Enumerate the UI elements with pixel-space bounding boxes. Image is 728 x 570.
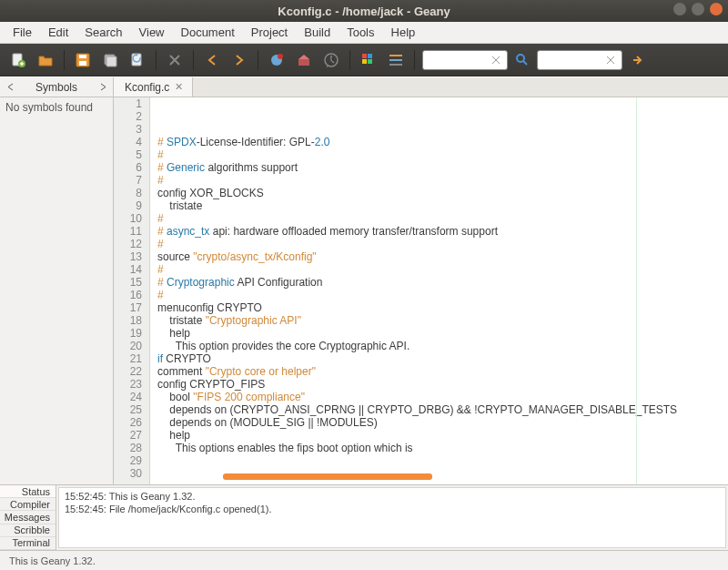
compile-button[interactable] [266,49,288,71]
sidebar-tab-symbols[interactable]: Symbols [20,79,93,96]
titlebar: Kconfig.c - /home/jack - Geany [0,0,728,22]
code-content[interactable]: # SPDX-License-Identifier: GPL-2.0## Gen… [150,97,728,484]
document-tabs: Kconfig.c ✕ [114,77,728,97]
main-area: Symbols No symbols found Kconfig.c ✕ 123… [0,76,728,484]
build-button[interactable] [293,49,315,71]
toolbar [0,44,728,76]
document-tab-label: Kconfig.c [125,81,169,94]
status-text: This is Geany 1.32. [9,555,96,566]
preferences-button[interactable] [385,49,407,71]
quick-search-input[interactable] [422,50,508,70]
goto-line-input[interactable] [537,50,622,70]
editor-area[interactable]: 1234567891011121314151617181920212223242… [114,97,728,484]
goto-line-field[interactable] [541,55,603,66]
nav-forward-button[interactable] [228,49,250,71]
minimize-button[interactable] [673,3,686,15]
window-title: Kconfig.c - /home/jack - Geany [278,5,450,18]
goto-icon[interactable] [628,51,646,69]
menu-tools[interactable]: Tools [339,24,381,41]
search-icon[interactable] [513,51,531,69]
menu-search[interactable]: Search [77,24,129,41]
maximize-button[interactable] [692,3,704,15]
margin-guide [636,97,637,484]
menu-build[interactable]: Build [297,24,338,41]
svg-rect-12 [362,54,367,58]
menubar: File Edit Search View Document Project B… [0,22,728,44]
messages-tabs: Status Compiler Messages Scribble Termin… [0,485,56,550]
close-button[interactable] [710,3,723,15]
clear-search-icon[interactable] [489,51,503,69]
menu-document[interactable]: Document [174,24,242,41]
menu-project[interactable]: Project [244,24,295,41]
svg-rect-14 [362,59,367,64]
run-button[interactable] [320,49,342,71]
horizontal-scrollbar[interactable] [223,473,455,484]
save-button[interactable] [72,49,94,71]
messages-tab-messages[interactable]: Messages [0,511,56,524]
clear-goto-icon[interactable] [603,51,618,69]
svg-rect-4 [79,61,86,66]
open-file-button[interactable] [35,49,56,71]
line-gutter: 1234567891011121314151617181920212223242… [114,97,150,484]
quick-search-field[interactable] [427,55,489,66]
nav-back-button[interactable] [201,49,223,71]
menu-help[interactable]: Help [384,24,423,41]
editor-column: Kconfig.c ✕ 1234567891011121314151617181… [114,77,728,484]
sidebar: Symbols No symbols found [0,77,114,484]
svg-point-9 [278,54,283,59]
svg-rect-13 [368,54,372,58]
svg-rect-16 [389,55,402,56]
close-file-button[interactable] [164,49,186,71]
svg-rect-17 [389,59,402,61]
sidebar-next-button[interactable] [95,79,111,96]
svg-point-19 [517,55,524,62]
messages-log[interactable]: 15:52:45: This is Geany 1.32.15:52:45: F… [58,487,726,548]
messages-tab-compiler[interactable]: Compiler [0,498,56,511]
messages-panel: Status Compiler Messages Scribble Termin… [0,484,728,550]
svg-rect-15 [368,59,372,64]
close-tab-icon[interactable]: ✕ [175,81,183,93]
sidebar-prev-button[interactable] [2,79,18,96]
messages-tab-terminal[interactable]: Terminal [0,537,56,550]
revert-button[interactable] [126,49,148,71]
menu-file[interactable]: File [5,24,39,41]
colorpicker-button[interactable] [358,49,379,71]
svg-rect-3 [79,55,86,58]
new-file-button[interactable] [7,49,29,71]
save-all-button[interactable] [99,49,121,71]
menu-view[interactable]: View [132,24,172,41]
svg-rect-6 [106,56,116,66]
svg-rect-10 [298,59,309,66]
messages-tab-status[interactable]: Status [0,485,56,498]
svg-rect-18 [389,64,402,66]
menu-edit[interactable]: Edit [41,24,76,41]
sidebar-body: No symbols found [0,97,113,484]
statusbar: This is Geany 1.32. [0,550,728,570]
document-tab-kconfig[interactable]: Kconfig.c ✕ [114,77,193,97]
messages-tab-scribble[interactable]: Scribble [0,524,56,537]
